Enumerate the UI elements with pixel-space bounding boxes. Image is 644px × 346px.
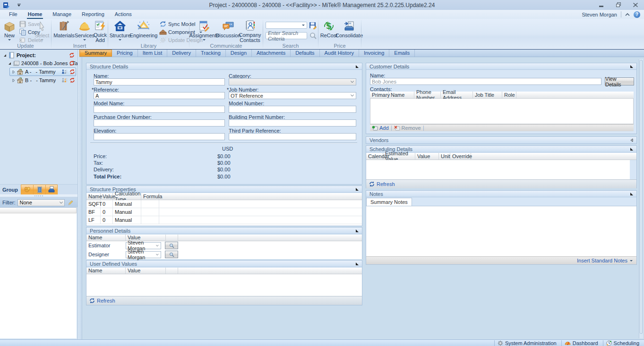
contacts-grid[interactable] [370, 99, 634, 124]
user-defined-values-header[interactable]: User Defined Values [86, 261, 362, 267]
elevation-input[interactable] [94, 133, 225, 140]
estimator-search-button[interactable] [165, 242, 178, 249]
discussion-button[interactable]: Discussion [217, 19, 240, 43]
reference-input[interactable]: A [94, 92, 225, 99]
tree-structure-a-label[interactable]: A - - Tammy [25, 69, 56, 75]
tree-row-structure-b[interactable]: B - - Tammy [0, 76, 77, 84]
ribbon-tab-actions[interactable]: Actions [110, 10, 137, 18]
new-dropdown-arrow[interactable] [8, 39, 11, 41]
structure-button[interactable]: Structure [110, 19, 130, 43]
view-details-button[interactable]: View Details [605, 77, 634, 85]
collapse-panel-icon[interactable] [355, 229, 359, 233]
company-contacts-button[interactable]: Company Contacts [239, 19, 261, 43]
collapse-panel-icon[interactable] [630, 147, 634, 151]
customer-name-input[interactable]: Bob Jones [370, 78, 601, 85]
property-row-bf[interactable]: BF 0 Manual [86, 208, 362, 216]
col-role[interactable]: Role [502, 92, 516, 98]
refresh-button[interactable]: Refresh [377, 181, 395, 187]
ribbon-tab-home[interactable]: Home [23, 10, 48, 18]
job-number-select[interactable]: OT Reference [229, 92, 356, 99]
select-button[interactable]: Select [35, 19, 49, 43]
property-row-sqft[interactable]: SQFT 0 Manual [86, 200, 362, 208]
status-dashboard[interactable]: Dashboard [562, 340, 603, 346]
tree-project-label[interactable]: Project: [17, 52, 36, 58]
tab-invoicing[interactable]: Invoicing [359, 50, 389, 57]
tree-expanded-icon[interactable] [8, 61, 12, 66]
select-dropdown-arrow[interactable] [41, 39, 43, 41]
filter-results-list[interactable] [0, 207, 77, 338]
building-permit-input[interactable] [229, 119, 356, 127]
summary-notes-tab[interactable]: Summary Notes [366, 198, 412, 206]
structure-details-header[interactable]: Structure Details [86, 63, 362, 70]
customer-details-header[interactable]: Customer Details [366, 63, 636, 70]
filter-select[interactable]: None [17, 199, 65, 206]
consolidate-button[interactable]: Consolidate [338, 19, 360, 43]
refresh-structure-a-icon[interactable] [69, 69, 75, 75]
refresh-button[interactable]: Refresh [97, 298, 115, 304]
quick-add-button[interactable]: Quick Add [93, 19, 107, 43]
user-defined-values-grid[interactable] [86, 274, 362, 296]
designer-search-button[interactable] [165, 251, 178, 258]
name-input[interactable]: Tammy [94, 78, 225, 85]
collapse-panel-icon[interactable] [630, 192, 634, 196]
add-contact-button[interactable]: Add [372, 125, 389, 131]
group-by-door-button[interactable] [33, 185, 45, 195]
col-override[interactable]: Override [450, 153, 471, 160]
tab-audit-history[interactable]: Audit History [320, 50, 359, 57]
tree-row-structure-a[interactable]: A - - Tammy [0, 68, 77, 76]
collapse-ribbon-icon[interactable] [625, 13, 630, 17]
minimize-button[interactable] [596, 1, 607, 8]
tab-pricing[interactable]: Pricing [112, 50, 138, 57]
restore-button[interactable] [613, 1, 624, 8]
expand-panel-icon[interactable] [630, 138, 634, 142]
category-select[interactable] [229, 78, 356, 85]
ribbon-tab-manage[interactable]: Manage [47, 10, 77, 18]
designer-select[interactable]: Steven Morgan [126, 251, 161, 258]
panel-splitter[interactable] [77, 50, 82, 339]
third-party-input[interactable] [229, 133, 356, 140]
search-input[interactable]: Enter Search Criteria [266, 32, 307, 39]
collapse-panel-icon[interactable] [630, 65, 634, 68]
property-row-lf[interactable]: LF 0 Manual [86, 216, 362, 224]
refresh-job-icon[interactable] [69, 60, 75, 66]
assignments-dropdown-arrow[interactable] [203, 39, 206, 41]
col-value[interactable]: Value [126, 268, 166, 274]
assignments-button[interactable]: Assignments [192, 19, 216, 43]
tab-attachments[interactable]: Attachments [252, 50, 291, 57]
scheduling-grid[interactable] [366, 160, 630, 179]
remove-contact-button[interactable]: Remove [394, 125, 421, 131]
col-name[interactable]: Name [86, 193, 101, 200]
col-value[interactable]: Value [101, 193, 113, 200]
save-search-icon[interactable] [309, 22, 317, 29]
col-formula[interactable]: Formula [141, 193, 159, 200]
group-by-output-button[interactable] [45, 185, 58, 195]
insert-standard-notes-button[interactable]: Insert Standard Notes [577, 258, 633, 263]
close-button[interactable] [630, 1, 641, 8]
tab-summary[interactable]: Summary [79, 50, 112, 57]
tab-defaults[interactable]: Defaults [291, 50, 319, 57]
services-button[interactable]: Services [76, 19, 93, 43]
notes-editor[interactable] [366, 206, 636, 256]
model-number-input[interactable] [229, 106, 356, 113]
structure-dropdown-arrow[interactable] [119, 39, 121, 41]
refresh-project-icon[interactable] [69, 52, 75, 58]
col-job-title[interactable]: Job Title [473, 92, 502, 98]
col-name[interactable]: Name [86, 235, 126, 241]
status-scheduling[interactable]: Scheduling [603, 340, 644, 346]
ribbon-tab-reporting[interactable]: Reporting [77, 10, 110, 18]
collapse-panel-icon[interactable] [355, 187, 359, 191]
filter-edit-button[interactable] [67, 199, 75, 206]
notes-header[interactable]: Notes [366, 191, 636, 197]
materials-button[interactable]: Materials [53, 19, 75, 43]
col-calendar[interactable]: Calendar [366, 153, 383, 160]
refresh-structure-b-icon[interactable] [69, 77, 75, 83]
tab-tracking[interactable]: Tracking [196, 50, 226, 57]
right-scrollbar[interactable] [639, 59, 643, 338]
collapse-panel-icon[interactable] [355, 262, 359, 266]
col-phone[interactable]: Phone Number [414, 92, 441, 98]
tab-item-list[interactable]: Item List [138, 50, 168, 57]
col-email[interactable]: Email Address [441, 92, 473, 98]
services-dropdown-arrow[interactable] [83, 39, 86, 41]
status-system-administration[interactable]: System Administration [495, 340, 561, 346]
col-name[interactable]: Name [86, 268, 126, 274]
